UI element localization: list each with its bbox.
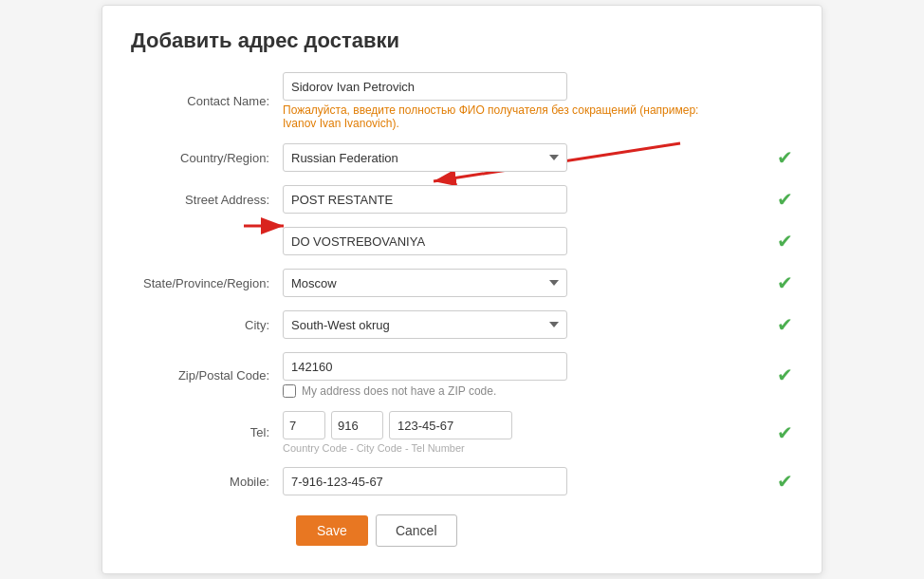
street-address-area <box>283 185 769 214</box>
no-zip-label: My address does not have a ZIP code. <box>302 384 496 398</box>
mobile-label: Mobile: <box>131 475 283 489</box>
tel-group <box>283 411 769 439</box>
country-area: Russian Federation United States Germany… <box>283 143 769 172</box>
zip-valid-icon: ✔ <box>777 364 793 386</box>
street-address2-input[interactable] <box>283 227 567 255</box>
contact-name-row: Contact Name: Пожалуйста, введите полнос… <box>131 72 793 130</box>
tel-hint: Country Code - City Code - Tel Number <box>283 442 769 454</box>
no-zip-checkbox[interactable] <box>283 384 296 398</box>
tel-country-code-input[interactable] <box>283 411 325 439</box>
mobile-input[interactable] <box>283 467 567 495</box>
tel-city-code-input[interactable] <box>331 411 383 439</box>
mobile-area <box>283 467 769 495</box>
add-address-dialog: Добавить адрес доставки Contact Name: По… <box>102 5 822 574</box>
street-address2-row: ✔ <box>131 227 793 255</box>
tel-label: Tel: <box>131 425 283 439</box>
country-select[interactable]: Russian Federation United States Germany… <box>283 143 567 172</box>
street-address-label: Street Address: <box>131 193 283 207</box>
contact-name-area: Пожалуйста, введите полностью ФИО получа… <box>283 72 793 130</box>
state-select[interactable]: Moscow Saint Petersburg Novosibirsk <box>283 269 567 297</box>
tel-valid-icon: ✔ <box>777 421 793 444</box>
zip-row: Zip/Postal Code: My address does not hav… <box>131 352 793 398</box>
contact-name-label: Contact Name: <box>131 94 283 108</box>
mobile-row: Mobile: ✔ <box>131 467 793 495</box>
contact-name-input[interactable] <box>283 72 567 101</box>
city-label: City: <box>131 318 283 332</box>
street-valid-icon: ✔ <box>777 188 793 211</box>
country-label: Country/Region: <box>131 151 283 165</box>
city-area: South-West okrug Central okrug North okr… <box>283 310 769 339</box>
zip-checkbox-row: My address does not have a ZIP code. <box>283 384 769 398</box>
contact-name-hint: Пожалуйста, введите полностью ФИО получа… <box>283 103 719 130</box>
street-address-input[interactable] <box>283 185 567 214</box>
cancel-button[interactable]: Cancel <box>376 514 457 547</box>
city-valid-icon: ✔ <box>777 313 793 336</box>
zip-input[interactable] <box>283 352 567 381</box>
street-address2-area <box>283 227 769 255</box>
country-valid-icon: ✔ <box>777 146 793 169</box>
street-address-row: Street Address: ✔ <box>131 185 793 214</box>
country-row: Country/Region: Russian Federation Unite… <box>131 143 793 172</box>
state-label: State/Province/Region: <box>131 276 283 290</box>
state-area: Moscow Saint Petersburg Novosibirsk <box>283 269 769 297</box>
tel-area: Country Code - City Code - Tel Number <box>283 411 769 454</box>
page-title: Добавить адрес доставки <box>131 28 793 53</box>
state-row: State/Province/Region: Moscow Saint Pete… <box>131 269 793 297</box>
state-valid-icon: ✔ <box>777 271 793 294</box>
street2-valid-icon: ✔ <box>777 230 793 252</box>
zip-area: My address does not have a ZIP code. <box>283 352 769 398</box>
save-button[interactable]: Save <box>296 515 368 546</box>
button-row: Save Cancel <box>131 514 793 547</box>
tel-row: Tel: Country Code - City Code - Tel Numb… <box>131 411 793 454</box>
city-select[interactable]: South-West okrug Central okrug North okr… <box>283 310 567 339</box>
city-row: City: South-West okrug Central okrug Nor… <box>131 310 793 339</box>
zip-label: Zip/Postal Code: <box>131 368 283 383</box>
mobile-valid-icon: ✔ <box>777 470 793 493</box>
tel-number-input[interactable] <box>389 411 512 439</box>
